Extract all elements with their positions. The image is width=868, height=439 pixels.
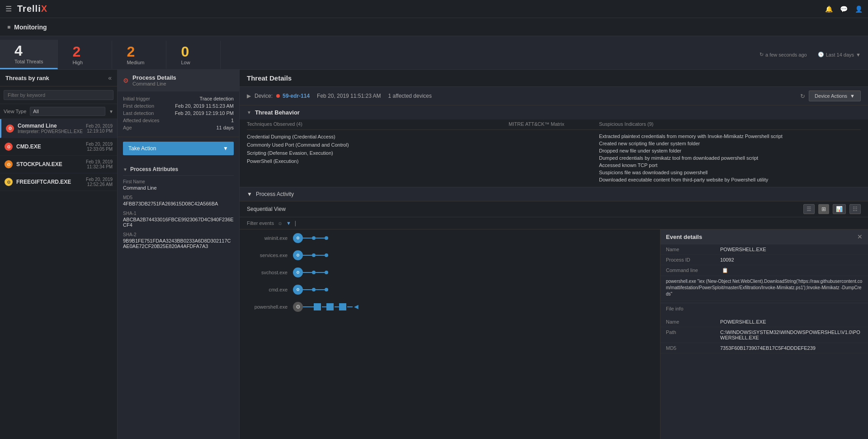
threat-list-item[interactable]: ⚙ CMD.EXE Feb 20, 201912:33:05 PM <box>0 138 117 156</box>
process-node-label: cmd.exe <box>243 287 293 292</box>
filter-events-label: Filter events <box>247 220 274 226</box>
event-name-row: Name POWERSHELL.EXE <box>660 244 868 255</box>
attr-value: Command Line <box>123 185 234 191</box>
techniques-header: Techniques Observed (4) <box>247 119 509 130</box>
node-line <box>347 306 353 307</box>
suspicious-list: Extracted plaintext credentials from mem… <box>599 133 861 183</box>
metric-medium-value: 2 <box>127 44 151 59</box>
device-actions-button[interactable]: Device Actions ▼ <box>809 91 861 101</box>
threat-list-item[interactable]: ⚙ Command Line Interpreter: POWERSHELL.E… <box>0 119 117 138</box>
node-dot <box>312 253 316 257</box>
metric-medium[interactable]: 2 Medium <box>112 41 166 69</box>
event-pid-label: Process ID <box>666 257 720 262</box>
suspicious-item: Created new scripting file under system … <box>599 140 861 147</box>
nav-icons: 🔔 💬 👤 <box>825 5 863 13</box>
process-meta-label: Age <box>123 125 132 130</box>
take-action-button[interactable]: Take Action ▼ <box>123 142 234 155</box>
attr-label: SHA-1 <box>123 211 234 216</box>
file-md5-label: MD5 <box>666 345 720 351</box>
node-dot <box>325 253 328 257</box>
node-line <box>335 306 339 307</box>
process-attributes-fields: First Name Command Line MD5 4FBB73DB2751… <box>123 179 234 249</box>
file-name-label: Name <box>666 319 720 324</box>
process-node-row: wininit.exe⚙ <box>243 233 656 243</box>
event-name-value: POWERSHELL.EXE <box>720 247 863 252</box>
attr-label: SHA-2 <box>123 232 234 237</box>
node-line <box>303 255 312 256</box>
filter-input[interactable] <box>4 90 113 100</box>
list-view-button[interactable]: ☰ <box>803 204 815 214</box>
chevron-down-icon: ▼ <box>856 52 861 57</box>
bell-icon[interactable]: 🔔 <box>825 5 833 13</box>
threats-by-rank-title: Threats by rank <box>5 75 49 81</box>
node-line <box>303 272 312 273</box>
process-meta-label: First detection <box>123 103 154 109</box>
metric-total[interactable]: 4 Total Threats <box>0 40 58 69</box>
process-details-header: ⚙ Process Details Command Line <box>118 70 239 91</box>
process-details-subtitle: Command Line <box>132 81 176 86</box>
graph-area: wininit.exe⚙services.exe⚙svchost.exe⚙cmd… <box>240 229 660 439</box>
node-gear: ⚙ <box>293 302 303 312</box>
file-name-row: Name POWERSHELL.EXE <box>660 317 868 327</box>
process-attributes-title: Process Attributes <box>130 166 178 172</box>
chat-icon[interactable]: 💬 <box>840 5 848 13</box>
device-name[interactable]: 59-edr-114 <box>283 93 310 99</box>
close-button[interactable]: ✕ <box>857 233 863 240</box>
technique-item: Scripting (Defense Evasion, Execution) <box>247 149 509 157</box>
chevron-icon: ▼ <box>123 167 127 172</box>
node-square <box>326 303 334 310</box>
suspicious-item: Dropped new file under system folder <box>599 147 861 154</box>
metric-total-label: Total Threats <box>14 59 43 64</box>
threat-name: STOCKPLAN.EXE <box>16 161 86 167</box>
file-info-section: File info <box>660 303 868 317</box>
technique-item: Commonly Used Port (Command and Control) <box>247 141 509 149</box>
refresh-group[interactable]: ↻ a few seconds ago <box>760 52 807 57</box>
process-attributes-section: ▼ Process Attributes First Name Command … <box>118 160 239 257</box>
filter-events-dropdown[interactable]: ▼ <box>286 220 291 226</box>
table-view-button[interactable]: ☷ <box>849 204 861 214</box>
user-icon[interactable]: 👤 <box>855 5 863 13</box>
process-node-label: wininit.exe <box>243 235 293 241</box>
process-meta-label: Initial trigger <box>123 96 150 101</box>
filter-icon: ☼ <box>278 220 283 226</box>
threat-time: Feb 19, 201911:32:34 PM <box>86 159 113 169</box>
threat-name: FREEGIFTCARD.EXE <box>16 179 86 185</box>
hamburger-icon[interactable]: ☰ <box>5 5 12 13</box>
device-refresh-icon[interactable]: ↻ <box>800 93 805 100</box>
collapse-icon[interactable]: « <box>108 74 112 81</box>
gear-icon: ⚙ <box>123 77 129 84</box>
metric-low-label: Low <box>181 60 206 65</box>
chevron-down-icon: ▼ <box>850 93 855 99</box>
attr-value: 9B9B1FE751FDAA3243BB0233A6D8D302117CAE0A… <box>123 238 234 249</box>
threat-sub: Interpreter: POWERSHELL.EXE <box>18 129 86 134</box>
process-node-label: powershell.exe <box>243 304 293 310</box>
chart-view-button[interactable]: 📊 <box>833 204 846 214</box>
node-dot <box>312 271 316 274</box>
threat-list-item[interactable]: ⚙ STOCKPLAN.EXE Feb 19, 201911:32:34 PM <box>0 156 117 173</box>
refresh-icon[interactable]: ↻ <box>760 52 764 57</box>
event-cmdline-row: Command line 📋 <box>660 265 868 276</box>
attr-value: 4FBB73DB2751FA269615D08C42A566BA <box>123 201 234 206</box>
grid-view-button[interactable]: ⊞ <box>818 204 829 214</box>
threat-list: ⚙ Command Line Interpreter: POWERSHELL.E… <box>0 119 117 439</box>
left-panel: Threats by rank « View Type All ▼ ⚙ Comm… <box>0 70 118 439</box>
attr-label: MD5 <box>123 195 234 200</box>
view-type-select[interactable]: All <box>30 107 105 116</box>
process-node-label: svchost.exe <box>243 270 293 275</box>
expand-icon[interactable]: ▶ <box>247 93 251 99</box>
process-activity-header[interactable]: ▼ Process Activity <box>240 187 868 201</box>
event-pid-row: Process ID 10092 <box>660 255 868 265</box>
file-name-value: POWERSHELL.EXE <box>720 319 863 324</box>
file-path-row: Path C:\WINDOWS\SYSTEM32\WINDOWSPOWERSHE… <box>660 327 868 343</box>
node-square <box>314 303 321 310</box>
attr-value: ABCBA2B74433016FBCE9923067D4C940F236ECF4 <box>123 217 234 228</box>
copy-icon[interactable]: 📋 <box>722 267 728 273</box>
time-group[interactable]: 🕓 Last 14 days ▼ <box>818 52 861 57</box>
threat-list-item[interactable]: ⚙ FREEGIFTCARD.EXE Feb 20, 201912:52:26 … <box>0 173 117 191</box>
threat-behavior-header[interactable]: ▼ Threat Behavior <box>240 105 868 119</box>
threat-info: CMD.EXE <box>16 143 86 150</box>
process-meta-row: Last detection Feb 20, 2019 12:19:10 PM <box>123 110 234 116</box>
metric-low[interactable]: 0 Low <box>166 41 221 69</box>
process-attributes-header[interactable]: ▼ Process Attributes <box>123 163 234 176</box>
metric-high[interactable]: 2 High <box>58 41 112 69</box>
